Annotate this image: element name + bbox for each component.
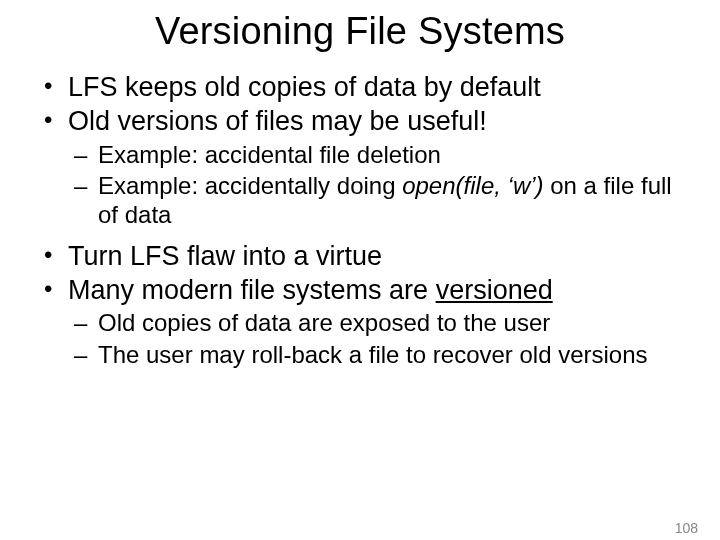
underlined-text: versioned xyxy=(436,275,553,305)
bullet-level1: LFS keeps old copies of data by default xyxy=(40,71,680,103)
bullet-level2: Old copies of data are exposed to the us… xyxy=(40,308,680,337)
bullet-level2: The user may roll-back a file to recover… xyxy=(40,340,680,369)
bullet-list: LFS keeps old copies of data by default … xyxy=(40,71,680,369)
bullet-level1: Old versions of files may be useful! xyxy=(40,105,680,137)
bullet-level2: Example: accidentally doing open(file, ‘… xyxy=(40,171,680,230)
slide: Versioning File Systems LFS keeps old co… xyxy=(0,10,720,540)
bullet-level2: Example: accidental file deletion xyxy=(40,140,680,169)
slide-title: Versioning File Systems xyxy=(0,10,720,53)
bullet-level1: Many modern file systems are versioned xyxy=(40,274,680,306)
bullet-level1: Turn LFS flaw into a virtue xyxy=(40,240,680,272)
text-run: Many modern file systems are xyxy=(68,275,436,305)
italic-text: open(file, ‘w’) xyxy=(402,172,543,199)
page-number: 108 xyxy=(675,520,698,536)
text-run: Example: accidentally doing xyxy=(98,172,402,199)
